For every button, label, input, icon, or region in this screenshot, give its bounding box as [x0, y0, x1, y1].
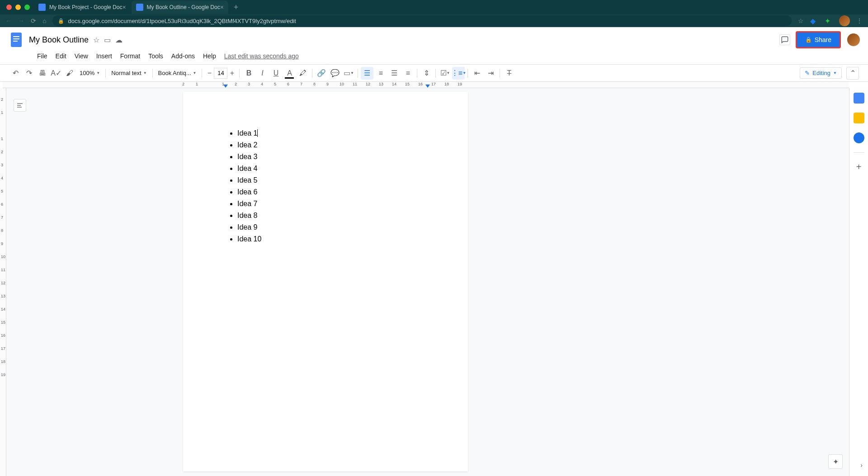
bookmark-star-icon[interactable]: ☆ — [798, 17, 804, 24]
horizontal-ruler[interactable]: 2 1 1 2 3 4 5 6 7 8 9 10 11 12 13 14 15 … — [3, 82, 849, 88]
last-edit-link[interactable]: Last edit was seconds ago — [224, 52, 299, 60]
browser-home-button[interactable]: ⌂ — [42, 17, 46, 24]
share-button[interactable]: 🔒 Share — [796, 31, 841, 48]
hide-menus-button[interactable]: ⌃ — [846, 67, 859, 80]
cloud-status-icon[interactable]: ☁ — [115, 36, 123, 44]
align-justify-button[interactable]: ≡ — [401, 67, 414, 80]
menu-help[interactable]: Help — [199, 51, 220, 61]
separator — [500, 69, 500, 78]
list-item[interactable]: Idea 4 — [237, 163, 427, 174]
insert-link-button[interactable]: 🔗 — [315, 67, 328, 80]
indent-decrease-button[interactable]: ⇤ — [471, 67, 483, 80]
indent-increase-button[interactable]: ⇥ — [484, 67, 497, 80]
highlight-button[interactable]: 🖍 — [297, 67, 309, 80]
new-tab-button[interactable]: + — [229, 3, 243, 12]
window-minimize-button[interactable] — [15, 5, 21, 10]
paint-format-button[interactable]: 🖌 — [63, 67, 76, 80]
list-item[interactable]: Idea 10 — [237, 234, 427, 245]
browser-tab-1[interactable]: My Book Project - Google Doc × — [34, 0, 131, 14]
indent-marker-icon[interactable] — [223, 85, 228, 88]
bold-button[interactable]: B — [242, 67, 255, 80]
menu-format[interactable]: Format — [117, 51, 144, 61]
list-item[interactable]: Idea 3 — [237, 151, 427, 162]
comment-history-button[interactable] — [779, 34, 790, 45]
browser-reload-button[interactable]: ⟳ — [31, 17, 36, 24]
bullet-list-button[interactable]: ⋮≡▼ — [452, 67, 465, 80]
menu-addons[interactable]: Add-ons — [168, 51, 198, 61]
align-center-button[interactable]: ≡ — [374, 67, 387, 80]
list-item[interactable]: Idea 9 — [237, 222, 427, 233]
redo-button[interactable]: ↷ — [23, 67, 35, 80]
browser-right-icons: ◆ ✦ ⋮ — [810, 15, 863, 26]
zoom-dropdown[interactable]: 100%▼ — [77, 68, 103, 78]
menu-tools[interactable]: Tools — [145, 51, 167, 61]
user-avatar[interactable] — [846, 33, 861, 47]
toolbar: ↶ ↷ 🖶 A✓ 🖌 100%▼ Normal text▼ Book Antiq… — [0, 65, 868, 82]
insert-comment-button[interactable]: 💬 — [329, 67, 341, 80]
menu-view[interactable]: View — [71, 51, 92, 61]
list-item[interactable]: Idea 5 — [237, 175, 427, 186]
hide-side-panel-button[interactable]: › — [860, 462, 863, 469]
tab-close-button[interactable]: × — [220, 4, 224, 11]
menu-insert[interactable]: Insert — [93, 51, 116, 61]
spellcheck-button[interactable]: A✓ — [50, 67, 62, 80]
address-bar[interactable]: 🔒 docs.google.com/document/d/1tpooeL53uR… — [52, 15, 792, 26]
show-outline-button[interactable] — [14, 99, 26, 112]
keep-icon[interactable] — [854, 113, 864, 123]
docs-logo-icon[interactable] — [7, 31, 25, 49]
font-size-input[interactable] — [214, 68, 227, 79]
align-left-button[interactable]: ☰ — [361, 67, 373, 80]
align-right-button[interactable]: ☰ — [388, 67, 401, 80]
print-button[interactable]: 🖶 — [36, 67, 49, 80]
window-close-button[interactable] — [6, 5, 12, 10]
line-spacing-button[interactable]: ⇕ — [420, 67, 433, 80]
underline-button[interactable]: U — [269, 67, 282, 80]
italic-button[interactable]: I — [256, 67, 269, 80]
menu-edit[interactable]: Edit — [52, 51, 70, 61]
browser-back-button[interactable]: ← — [5, 17, 12, 24]
list-item[interactable]: Idea 6 — [237, 187, 427, 198]
browser-forward-button[interactable]: → — [18, 17, 24, 24]
list-item[interactable]: Idea 7 — [237, 198, 427, 209]
bullet-list[interactable]: Idea 1 Idea 2 Idea 3 Idea 4 Idea 5 Idea … — [224, 128, 427, 245]
editing-mode-dropdown[interactable]: ✎ Editing ▼ — [800, 67, 842, 79]
browser-tab-2[interactable]: My Book Outline - Google Doc × — [132, 0, 228, 14]
extensions-puzzle-icon[interactable]: ✦ — [825, 17, 833, 25]
browser-tabs: My Book Project - Google Doc × My Book O… — [0, 0, 868, 14]
separator — [358, 69, 358, 78]
move-folder-icon[interactable]: ▭ — [104, 36, 111, 44]
extension-icon[interactable]: ◆ — [810, 17, 818, 25]
explore-button[interactable]: ✦ — [828, 454, 843, 469]
style-dropdown[interactable]: Normal text▼ — [108, 68, 149, 78]
clear-formatting-button[interactable]: T — [503, 67, 515, 80]
list-item[interactable]: Idea 8 — [237, 210, 427, 221]
font-size-decrease-button[interactable]: − — [205, 68, 214, 79]
browser-profile-avatar[interactable] — [839, 15, 850, 26]
browser-chrome: My Book Project - Google Doc × My Book O… — [0, 0, 868, 27]
text-color-button[interactable]: A — [283, 67, 296, 80]
separator — [435, 69, 436, 78]
calendar-icon[interactable] — [854, 93, 864, 104]
insert-image-button[interactable]: ▭▼ — [342, 67, 355, 80]
browser-menu-icon[interactable]: ⋮ — [856, 17, 863, 24]
checklist-button[interactable]: ☑▼ — [439, 67, 451, 80]
add-addon-button[interactable]: + — [856, 162, 862, 172]
font-dropdown[interactable]: Book Antiq...▼ — [156, 68, 199, 78]
document-canvas[interactable]: Idea 1 Idea 2 Idea 3 Idea 4 Idea 5 Idea … — [6, 88, 849, 476]
svg-rect-3 — [13, 41, 18, 42]
menu-file[interactable]: File — [33, 51, 51, 61]
star-icon[interactable]: ☆ — [93, 36, 99, 44]
vertical-ruler[interactable]: 2 1 1 2 3 4 5 6 7 8 9 10 11 12 13 14 15 … — [0, 88, 6, 476]
separator — [239, 69, 240, 78]
tab-close-button[interactable]: × — [122, 4, 126, 11]
undo-button[interactable]: ↶ — [9, 67, 22, 80]
list-item[interactable]: Idea 2 — [237, 140, 427, 151]
main-area: 2 1 1 2 3 4 5 6 7 8 9 10 11 12 13 14 15 … — [0, 88, 868, 476]
document-page[interactable]: Idea 1 Idea 2 Idea 3 Idea 4 Idea 5 Idea … — [183, 92, 468, 471]
lock-icon: 🔒 — [805, 37, 812, 43]
right-indent-marker-icon[interactable] — [425, 85, 430, 88]
tasks-icon[interactable] — [854, 132, 864, 143]
document-title[interactable]: My Book Outline — [29, 35, 89, 45]
window-maximize-button[interactable] — [24, 5, 30, 10]
font-size-increase-button[interactable]: + — [227, 68, 236, 79]
